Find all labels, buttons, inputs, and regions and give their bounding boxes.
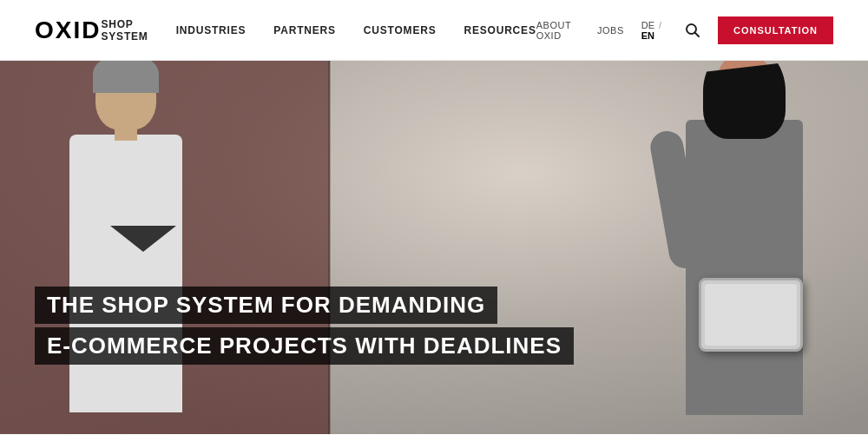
nav-industries[interactable]: INDUSTRIES [176, 24, 247, 36]
man-neck [115, 123, 137, 141]
language-switcher[interactable]: DE / EN [641, 20, 667, 41]
nav-resources[interactable]: RESOURCES [464, 24, 536, 36]
main-nav: SHOP SYSTEM INDUSTRIES PARTNERS CUSTOMER… [101, 18, 536, 43]
man-body [69, 135, 182, 412]
search-icon [685, 23, 700, 38]
consultation-button[interactable]: CONSULTATION [718, 16, 833, 44]
search-button[interactable] [685, 23, 700, 38]
woman-body [686, 120, 803, 415]
jobs-link[interactable]: JOBS [597, 25, 624, 36]
hero-divider [328, 61, 331, 434]
nav-customers[interactable]: CUSTOMERS [364, 24, 437, 36]
tablet-device [699, 278, 803, 352]
top-bar: OXID SHOP SYSTEM INDUSTRIES PARTNERS CUS… [0, 0, 868, 61]
nav-partners[interactable]: PARTNERS [273, 24, 336, 36]
hero-text-overlay: THE SHOP SYSTEM FOR DEMANDING E-COMMERCE… [35, 287, 574, 365]
header: OXID SHOP SYSTEM INDUSTRIES PARTNERS CUS… [0, 0, 868, 61]
man-hair [93, 61, 159, 93]
top-right: ABOUT OXID JOBS DE / EN CONSULTATION [536, 16, 833, 44]
svg-line-1 [695, 32, 700, 36]
lang-separator: / [659, 20, 661, 30]
hero-woman-figure [651, 61, 851, 434]
tablet-screen [705, 284, 797, 346]
man-collar [110, 226, 176, 252]
logo[interactable]: OXID [35, 16, 101, 44]
about-oxid-link[interactable]: ABOUT OXID [536, 20, 580, 41]
lang-de[interactable]: DE [641, 20, 654, 30]
hero-headline-line1: THE SHOP SYSTEM FOR DEMANDING [35, 287, 497, 324]
woman-hair [703, 61, 786, 139]
nav-shop-system[interactable]: SHOP SYSTEM [101, 18, 148, 43]
hero-headline-line2: E-COMMERCE PROJECTS WITH DEADLINES [35, 327, 574, 365]
hero-section: THE SHOP SYSTEM FOR DEMANDING E-COMMERCE… [0, 61, 868, 434]
lang-en[interactable]: EN [641, 30, 654, 41]
brand-name: OXID [35, 16, 101, 44]
